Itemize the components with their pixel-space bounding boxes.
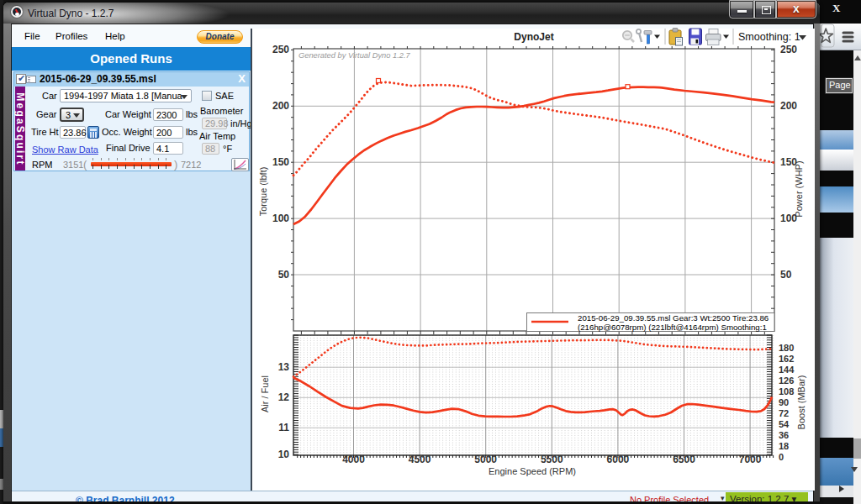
svg-text:250: 250 — [272, 44, 289, 55]
svg-text:Torque (lbft): Torque (lbft) — [258, 167, 268, 217]
svg-text:6000: 6000 — [607, 454, 630, 465]
svg-text:90: 90 — [779, 397, 789, 407]
svg-text:7000: 7000 — [739, 454, 762, 465]
svg-text:5500: 5500 — [541, 454, 563, 465]
svg-text:Boost (MBar): Boost (MBar) — [796, 375, 806, 430]
svg-text:6500: 6500 — [673, 454, 695, 465]
svg-text:162: 162 — [779, 354, 794, 364]
svg-text:11: 11 — [278, 422, 289, 433]
svg-text:10: 10 — [278, 449, 290, 460]
svg-text:4500: 4500 — [409, 454, 431, 465]
svg-text:Engine Speed (RPM): Engine Speed (RPM) — [489, 466, 576, 476]
svg-text:250: 250 — [780, 44, 797, 55]
svg-text:13: 13 — [278, 361, 290, 373]
svg-text:4000: 4000 — [342, 454, 365, 465]
svg-text:200: 200 — [272, 100, 289, 112]
svg-text:Smoothing: 1: Smoothing: 1 — [738, 31, 800, 43]
svg-text:150: 150 — [272, 156, 289, 168]
svg-text:12: 12 — [278, 391, 290, 403]
svg-text:72: 72 — [779, 408, 789, 418]
svg-text:0: 0 — [779, 452, 784, 462]
svg-text:100: 100 — [272, 213, 289, 224]
svg-text:2015-06-29_09.39.55.msl Gear:3: 2015-06-29_09.39.55.msl Gear:3 Wt:2500 T… — [578, 313, 769, 323]
svg-text:Air / Fuel: Air / Fuel — [260, 375, 270, 412]
svg-text:108: 108 — [779, 386, 794, 396]
svg-text:36: 36 — [779, 430, 789, 440]
svg-text:54: 54 — [779, 419, 790, 429]
svg-text:50: 50 — [780, 269, 792, 281]
svg-text:Generated by Virtual Dyno 1.2.: Generated by Virtual Dyno 1.2.7 — [298, 51, 410, 60]
svg-text:(216hp@6078rpm) (221lbft@4164r: (216hp@6078rpm) (221lbft@4164rpm) Smooth… — [578, 323, 767, 332]
svg-text:180: 180 — [779, 343, 794, 353]
svg-text:5000: 5000 — [474, 454, 497, 465]
svg-text:126: 126 — [779, 375, 794, 386]
svg-text:Power (WHP): Power (WHP) — [794, 160, 804, 217]
svg-text:DynoJet: DynoJet — [514, 31, 553, 43]
svg-text:200: 200 — [780, 100, 797, 112]
svg-text:18: 18 — [779, 441, 789, 451]
svg-text:144: 144 — [779, 365, 795, 375]
svg-text:50: 50 — [278, 269, 290, 281]
